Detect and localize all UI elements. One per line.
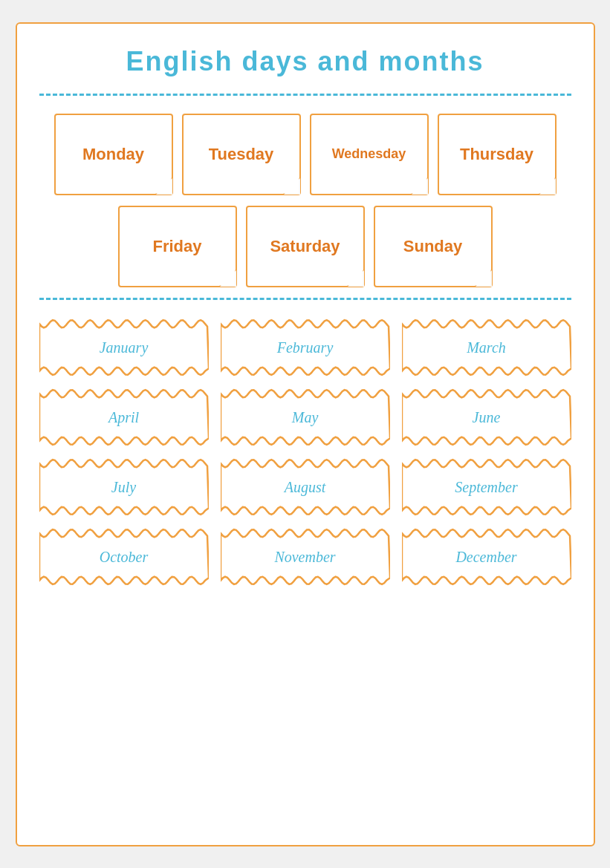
corner-fold-icon (348, 270, 364, 287)
month-label: October (100, 548, 149, 565)
day-label: Wednesday (332, 146, 406, 162)
day-label: Monday (82, 145, 144, 164)
month-label: February (277, 339, 334, 356)
corner-fold-icon (476, 270, 492, 287)
months-section: JanuaryFebruaryMarchAprilMayJuneJulyAugu… (39, 318, 571, 587)
month-label: June (473, 408, 501, 425)
day-label: Saturday (270, 237, 340, 256)
days-row-2: FridaySaturdaySunday (39, 206, 571, 287)
month-card: July (39, 457, 209, 517)
month-label: April (108, 408, 139, 425)
month-label: November (274, 548, 335, 565)
day-label: Tuesday (209, 145, 274, 164)
day-card: Friday (118, 206, 237, 287)
bottom-divider (39, 298, 571, 300)
day-label: Friday (152, 237, 201, 256)
month-card: January (39, 318, 209, 377)
day-card: Tuesday (182, 114, 301, 195)
month-card: December (402, 527, 571, 587)
month-label: December (455, 548, 516, 565)
day-card: Wednesday (310, 114, 429, 195)
corner-fold-icon (156, 178, 172, 195)
days-section: MondayTuesdayWednesdayThursday FridaySat… (39, 114, 571, 287)
day-card: Thursday (438, 114, 557, 195)
day-card: Saturday (246, 206, 365, 287)
corner-fold-icon (539, 178, 556, 195)
day-card: Sunday (374, 206, 493, 287)
month-label: July (111, 478, 136, 495)
day-card: Monday (54, 114, 173, 195)
month-label: March (467, 339, 506, 356)
months-grid: JanuaryFebruaryMarchAprilMayJuneJulyAugu… (39, 318, 571, 587)
month-card: August (221, 457, 390, 517)
corner-fold-icon (412, 178, 428, 195)
day-label: Sunday (403, 237, 462, 256)
page-title: English days and months (39, 46, 571, 77)
days-row-1: MondayTuesdayWednesdayThursday (39, 114, 571, 195)
corner-fold-icon (284, 178, 300, 195)
corner-fold-icon (220, 270, 236, 287)
month-label: August (285, 478, 326, 495)
top-divider (39, 94, 571, 96)
month-card: October (39, 527, 209, 587)
month-card: June (402, 388, 571, 447)
month-card: November (221, 527, 390, 587)
month-label: September (455, 478, 517, 495)
day-label: Thursday (460, 145, 533, 164)
month-card: September (402, 457, 571, 517)
page: English days and months MondayTuesdayWed… (16, 22, 595, 846)
month-card: February (221, 318, 390, 377)
month-label: May (292, 408, 319, 425)
month-label: January (100, 339, 149, 356)
month-card: March (402, 318, 571, 377)
month-card: April (39, 388, 209, 447)
month-card: May (221, 388, 390, 447)
